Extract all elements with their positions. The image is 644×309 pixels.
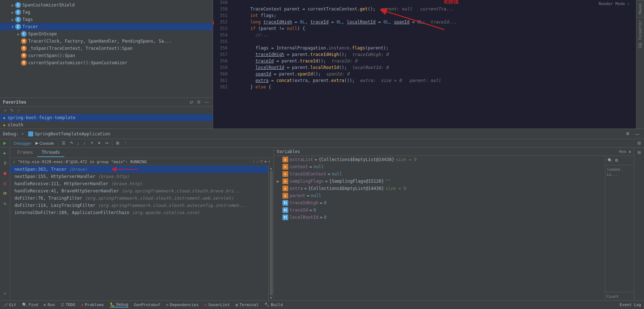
expand-edge-btn[interactable]: » [1,290,9,297]
var-item-localrootid[interactable]: 01 localRootId = 0 [274,214,605,221]
scroll-down-arrow[interactable]: ▼ [270,296,272,300]
tree-item-currentspancustomizer[interactable]: M currentSpanCustomizer():SpanCustomizer [0,59,213,66]
smart-step-into-btn[interactable]: ↪ [103,140,110,147]
thread-add-btn[interactable]: + [268,159,271,164]
frame-item-0[interactable]: nextSpan:363, Tracer (brave) [10,166,268,173]
var-item-context[interactable]: ≡ context = null [274,163,605,170]
minimize-panel-btn[interactable]: — [634,130,641,137]
tree-item-spancustomizershield[interactable]: ▶ C SpanCustomizerShield [0,1,213,9]
show-execution-point-btn[interactable]: ☰ [60,140,67,147]
code-line-353: 353 if (parent != null) { 初始值 [213,26,644,32]
debug-close-btn[interactable]: ✕ [21,131,24,136]
tree-item-tag[interactable]: ▶ C Tag [0,9,213,16]
step-over-btn[interactable]: ↷ [68,140,75,147]
favorites-item-sleuth[interactable]: ★ sleuth [0,121,213,129]
run-to-cursor-btn[interactable]: ↗ [88,140,95,147]
thread-expand-btn[interactable]: ▾ [264,159,267,164]
var-item-traceid[interactable]: 01 traceId = 0 [274,206,605,214]
status-todo[interactable]: ☰ TODO [61,303,75,307]
var-size: "" [385,179,390,184]
resume-btn[interactable]: ▶ [1,140,8,147]
var-item-traceidhigh[interactable]: 01 traceIdHigh = 0 [274,199,605,206]
status-run[interactable]: ▶ Run [44,303,55,307]
sql-formatter-tab[interactable]: SQL Formatter [637,17,644,51]
variables-list[interactable]: ≡ extraList = {Collections$EmptyList@144… [274,156,605,300]
step-into-btn[interactable]: ↓ [75,140,81,147]
maven-tab[interactable]: Maven [637,0,644,17]
favorites-minimize-btn[interactable]: — [203,99,210,105]
threads-tab[interactable]: Threads [37,148,64,157]
pause-edge-btn[interactable]: ⏸ [1,159,9,167]
status-debug[interactable]: 🐛 Debug [110,302,128,308]
red-circle-btn[interactable]: ⊙ [1,179,9,187]
separator [10,140,10,147]
line-number: 354 [213,32,231,38]
status-dependencies-label: Dependencies [170,303,199,307]
debugger-tab-btn[interactable]: Debugger [12,140,33,147]
var-item-extralist[interactable]: ≡ extraList = {Collections$EmptyList@144… [274,156,605,163]
frame-method: doFilter:76, TracingFilter [14,196,85,201]
status-build[interactable]: 🔨 Build [264,303,283,307]
status-build-label: Build [271,303,283,307]
status-sonar[interactable]: ⊙ SonarLint [204,303,230,307]
code-content[interactable]: 349 350 TraceContext parent = currentTra… [213,0,644,129]
thread-down-btn[interactable]: ↓ [256,159,258,164]
favorites-gear-btn[interactable]: ⚙ [196,99,202,105]
favorites-add-btn[interactable]: + [3,108,8,113]
favorites-settings-btn[interactable]: ⇄ [189,99,194,105]
reload-edge-btn[interactable]: ⟳ [1,190,9,197]
restore-layout-btn[interactable]: ⊞ [114,140,121,147]
status-find[interactable]: 🔍 Find [22,303,38,307]
settings-edge-btn[interactable]: ⚙ [1,200,9,208]
status-problems[interactable]: ⊗ Problems [81,303,104,307]
tree-item-tracer-constructor[interactable]: M Tracer(Clock, Factory, SpanHandler, Pe… [0,38,213,45]
status-git[interactable]: ⎇ Git [3,303,16,307]
status-terminal[interactable]: ▣ Terminal [235,303,259,307]
console-tab-btn[interactable]: ▶ Console [34,140,56,147]
status-genprotobuf[interactable]: GenProtobuf [134,303,160,307]
var-item-parent[interactable]: ≡ parent = null [274,192,605,199]
layout-toggle-btn[interactable]: ⊟ [636,149,643,156]
frames-list[interactable]: nextSpan:363, Tracer (brave) nextSpan:15… [10,166,268,300]
frame-item-4[interactable]: doFilter:76, TracingFilter (org.springfr… [10,195,268,202]
layout-btn[interactable]: ⊟ [636,140,643,147]
expand-icon[interactable]: ∨ [628,149,631,154]
tree-item-spaninscope[interactable]: ▶ C SpanInScope [0,30,213,38]
var-name: localRootId [290,215,318,220]
tree-item-currentspan[interactable]: M currentSpan():Span [0,52,213,59]
var-value: 0 [314,208,316,213]
settings-gear-btn[interactable]: ⚙ [624,130,631,137]
var-item-extra[interactable]: ≡ extra = {Collections$EmptyList@14438} … [274,185,605,192]
var-item-samplingflags[interactable]: ▶ ≡ samplingFlags = {SamplingFlags@15120… [274,178,605,185]
evaluate-btn[interactable]: ✕ [96,140,103,147]
status-eventlog[interactable]: Event Log [619,303,641,307]
scroll-up-arrow[interactable]: ▲ [270,166,272,170]
smart-step-icon: ↪ [105,141,108,145]
play-edge-btn[interactable]: ▶ [1,149,9,157]
tree-item-tracer[interactable]: ▼ C Tracer [0,23,213,30]
frame-item-5[interactable]: doFilter:114, LazyTracingFilter (org.spr… [10,202,268,209]
frame-item-3[interactable]: handleReceive:41, BraveHttpServerHandler… [10,187,268,195]
var-eq: = [315,157,317,162]
thread-filter-btn[interactable]: ▽ [260,159,263,164]
favorites-item-spring[interactable]: ★ spring-boot-feign-template [0,114,213,121]
frames-tab[interactable]: Frames [13,148,37,157]
var-search-btn[interactable]: 🔍 [607,157,613,164]
var-value: 0 [324,215,327,220]
stop-edge-btn[interactable]: ■ [1,169,9,177]
frames-scrollbar[interactable]: ▲ ▼ [268,166,273,300]
thread-up-btn[interactable]: ↑ [252,159,255,164]
tree-item-tospan[interactable]: M _toSpan(TraceContext, TraceContext):Sp… [0,45,213,52]
tree-item-tags[interactable]: ▶ C Tags [0,16,213,23]
code-line-352: 352 long traceIdHigh = 0L, traceId = 0L,… [213,19,644,26]
frame-item-2[interactable]: handleReceive:111, HttpServerHandler (br… [10,180,268,187]
status-dependencies[interactable]: ⊕ Dependencies [166,303,199,307]
var-item-traceidcontext[interactable]: ≡ traceIdContext = null [274,170,605,178]
frame-item-6[interactable]: internalDoFilter:189, ApplicationFilterC… [10,209,268,216]
favorites-remove-btn[interactable]: − [16,108,21,113]
step-out-btn[interactable]: ↑ [82,140,87,147]
var-settings-btn[interactable]: ⚙ [614,157,619,164]
more-options-btn[interactable]: ⋮ [122,140,129,147]
frame-item-1[interactable]: nextSpan:155, HttpServerHandler (brave.h… [10,173,268,180]
favorites-edit-btn[interactable]: ✎ [9,108,15,113]
